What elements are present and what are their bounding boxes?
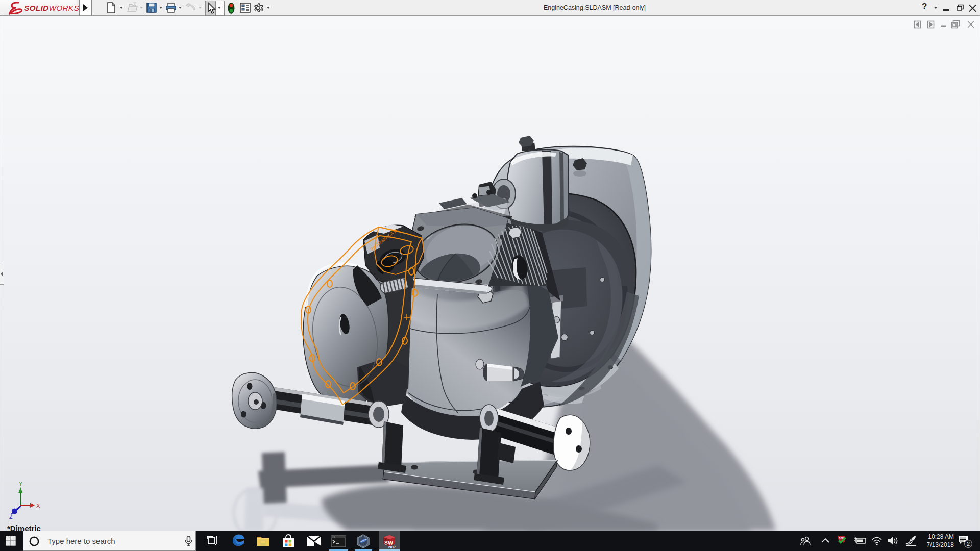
svg-text:2017: 2017	[388, 545, 396, 549]
svg-text:Z: Z	[9, 514, 13, 519]
svg-text:X: X	[36, 503, 40, 509]
svg-text:Y: Y	[19, 481, 23, 487]
svg-text:2: 2	[967, 541, 970, 547]
